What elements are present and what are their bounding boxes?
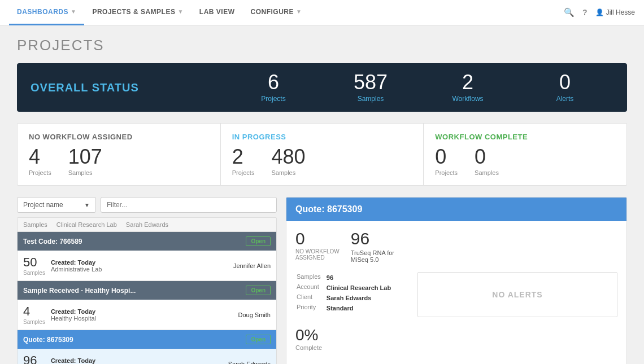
no-workflow-projects-number: 4 <box>29 147 51 167</box>
progress-label: Complete <box>295 344 322 351</box>
list-item-count-label: Samples <box>23 319 45 325</box>
list-item-lab: Administrative Lab <box>51 266 228 273</box>
filter-input[interactable] <box>101 197 277 213</box>
nav-lab-view[interactable]: LAB VIEW <box>192 0 243 25</box>
detail-stat-no-workflow: 0 NO WORKFLOWASSIGNED <box>295 230 340 263</box>
detail-progress-row: 0% Complete <box>295 326 617 351</box>
nav-right: 🔍 ? 👤 Jill Hesse <box>564 7 635 17</box>
list-item-header: Sample Received - Healthy Hospi... Open <box>18 281 276 300</box>
list-item[interactable]: Sample Received - Healthy Hospi... Open … <box>18 281 276 330</box>
account-label: Account <box>297 283 325 292</box>
workflow-complete-projects-number: 0 <box>435 147 458 167</box>
project-name-filter[interactable]: Project name ▼ <box>17 197 96 213</box>
in-progress-samples-label: Samples <box>271 169 305 176</box>
no-workflow-samples-label: Samples <box>68 169 102 176</box>
open-badge: Open <box>246 236 271 246</box>
list-item-title: Test Code: 766589 <box>23 238 82 245</box>
overall-status-banner: OVERALL STATUS 6 Projects 587 Samples 2 … <box>17 63 627 112</box>
account-value: Clinical Research Lab <box>327 283 391 292</box>
no-alerts-box: NO ALERTS <box>417 272 617 317</box>
chevron-down-icon: ▼ <box>177 8 183 15</box>
stat-projects-label: Projects <box>225 95 322 103</box>
stat-projects: 6 Projects <box>225 72 322 103</box>
detail-info-row: Samples 96 Account Clinical Research Lab… <box>295 272 617 317</box>
list-item-created: Created: Today <box>51 357 223 364</box>
list-item-header: Quote: 8675309 Open <box>18 330 276 349</box>
list-item-title: Quote: 8675309 <box>23 336 73 344</box>
user-icon: 👤 <box>595 8 604 16</box>
search-icon[interactable]: 🔍 <box>564 7 575 17</box>
stat-alerts-number: 0 <box>516 72 613 93</box>
bottom-section: Project name ▼ Samples Clinical Research… <box>17 197 627 364</box>
info-row-samples: Samples 96 <box>297 273 391 282</box>
list-item-count-block: 4 Samples <box>23 304 45 325</box>
list-header-person: Sarah Edwards <box>126 221 168 228</box>
detail-info-table: Samples 96 Account Clinical Research Lab… <box>295 272 392 314</box>
list-item-header: Test Code: 766589 Open <box>18 232 276 251</box>
priority-label: Priority <box>297 304 325 313</box>
list-item-count-block: 50 Samples <box>23 255 45 276</box>
list-item-person: Sarah Edwards <box>228 361 271 365</box>
nav-projects-samples[interactable]: PROJECTS & SAMPLES ▼ <box>84 0 191 25</box>
nav-configure[interactable]: CONFIGURE ▼ <box>243 0 310 25</box>
page-title: PROJECTS <box>17 37 627 54</box>
detail-no-workflow-number: 0 <box>295 230 340 247</box>
workflow-complete-stats: 0 Projects 0 Samples <box>435 147 615 176</box>
list-item-person: Doug Smith <box>238 312 271 318</box>
in-progress-title: IN PROGRESS <box>232 133 412 141</box>
list-container: Samples Clinical Research Lab Sarah Edwa… <box>17 217 277 364</box>
list-item-lab: Healthy Hospital <box>51 315 233 322</box>
detail-stats-row: 0 NO WORKFLOWASSIGNED 96 TruSeq RNA forM… <box>295 230 617 263</box>
list-item[interactable]: Test Code: 766589 Open 50 Samples Create… <box>18 232 276 281</box>
chevron-down-icon: ▼ <box>84 202 90 208</box>
no-workflow-stats: 4 Projects 107 Samples <box>29 147 209 176</box>
detail-truseq-label: TruSeq RNA forMiSeq 5.0 <box>351 249 394 263</box>
list-item-person: Jennifer Allen <box>233 262 271 269</box>
samples-label: Samples <box>297 273 325 282</box>
list-item-body: 4 Samples Created: Today Healthy Hospita… <box>18 300 276 330</box>
list-item-body: 96 Samples Created: Today Clinical Resea… <box>18 349 276 364</box>
list-header-lab: Clinical Research Lab <box>56 221 117 228</box>
no-workflow-samples-number: 107 <box>68 147 102 167</box>
in-progress-projects-number: 2 <box>232 147 255 167</box>
chevron-down-icon: ▼ <box>296 8 302 15</box>
stat-workflows-number: 2 <box>419 72 516 93</box>
nav-dashboards[interactable]: DASHBOARDS ▼ <box>9 0 84 25</box>
workflow-complete-projects-label: Projects <box>435 169 458 176</box>
in-progress-projects-label: Projects <box>232 169 255 176</box>
in-progress-samples: 480 Samples <box>271 147 305 176</box>
stat-projects-number: 6 <box>225 72 322 93</box>
main-content: PROJECTS OVERALL STATUS 6 Projects 587 S… <box>0 25 644 364</box>
in-progress-projects: 2 Projects <box>232 147 255 176</box>
nav-items: DASHBOARDS ▼ PROJECTS & SAMPLES ▼ LAB VI… <box>9 0 564 25</box>
list-item[interactable]: Quote: 8675309 Open 96 Samples Created: … <box>18 330 276 364</box>
stat-workflows-label: Workflows <box>419 95 516 103</box>
samples-value: 96 <box>327 273 391 282</box>
progress-number: 0% <box>295 326 322 344</box>
detail-no-workflow-label: NO WORKFLOWASSIGNED <box>295 248 340 261</box>
open-badge: Open <box>246 335 271 344</box>
list-item-count: 50 <box>23 255 45 270</box>
stat-alerts-label: Alerts <box>516 95 613 103</box>
client-label: Client <box>297 293 325 302</box>
in-progress-stats: 2 Projects 480 Samples <box>232 147 412 176</box>
info-row-account: Account Clinical Research Lab <box>297 283 391 292</box>
detail-panel: Quote: 8675309 0 NO WORKFLOWASSIGNED 96 … <box>286 197 627 364</box>
workflow-complete-projects: 0 Projects <box>435 147 458 176</box>
list-panel: Project name ▼ Samples Clinical Research… <box>17 197 277 364</box>
list-header-row: Samples Clinical Research Lab Sarah Edwa… <box>18 218 276 232</box>
navbar: DASHBOARDS ▼ PROJECTS & SAMPLES ▼ LAB VI… <box>0 0 644 25</box>
info-row-priority: Priority Standard <box>297 304 391 313</box>
help-icon[interactable]: ? <box>582 8 588 17</box>
list-item-count: 4 <box>23 304 45 319</box>
list-item-title: Sample Received - Healthy Hospi... <box>23 287 136 295</box>
stat-workflows: 2 Workflows <box>419 72 516 103</box>
detail-info-left: Samples 96 Account Clinical Research Lab… <box>295 272 408 317</box>
detail-header: Quote: 8675309 <box>286 198 626 221</box>
open-badge: Open <box>246 286 271 295</box>
status-sections: NO WORKFLOW ASSIGNED 4 Projects 107 Samp… <box>17 123 627 186</box>
user-menu[interactable]: 👤 Jill Hesse <box>595 8 635 16</box>
no-workflow-samples: 107 Samples <box>68 147 102 176</box>
info-row-client: Client Sarah Edwards <box>297 293 391 302</box>
overall-status-label: OVERALL STATUS <box>31 81 225 94</box>
